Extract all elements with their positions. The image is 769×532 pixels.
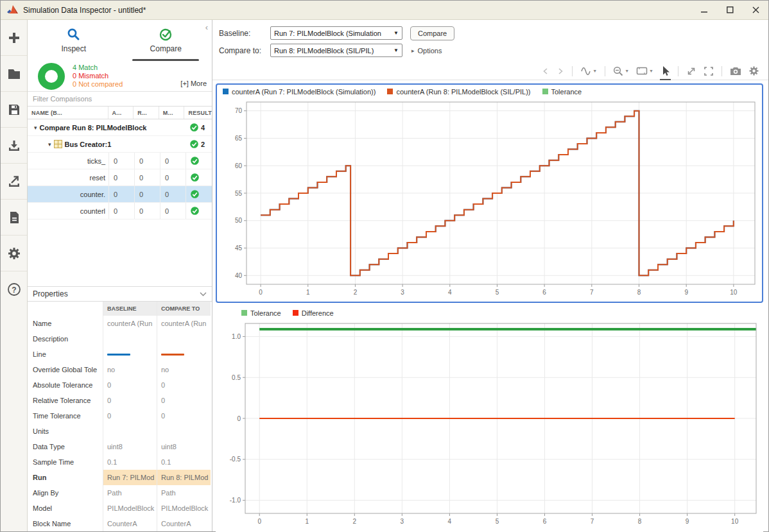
tolerance-difference-plot[interactable]: 012345678910-1.0-0.500.51.0 bbox=[216, 320, 763, 531]
property-row[interactable]: NamecounterA (RuncounterA (Run bbox=[28, 316, 212, 331]
app-window: Simulation Data Inspector - untitled* bbox=[0, 0, 769, 532]
property-value-compare: Run 8: PILMod bbox=[157, 470, 211, 485]
col-name[interactable]: NAME (B... bbox=[28, 107, 108, 119]
comparison-row[interactable]: reset000 bbox=[28, 169, 212, 186]
col-rel-tol[interactable]: R... bbox=[133, 107, 159, 119]
expander-icon[interactable]: ▾ bbox=[48, 141, 51, 148]
svg-text:2: 2 bbox=[353, 518, 357, 525]
legend-item[interactable]: counterA (Run 7: PILModelBlock (Simulati… bbox=[223, 88, 376, 96]
expand-diagonal-icon bbox=[686, 66, 696, 76]
property-row[interactable]: Block NameCounterACounterA bbox=[28, 516, 212, 531]
comparison-table: NAME (B... A... R... M... RESULT ▾Compar… bbox=[28, 107, 212, 219]
comparison-row[interactable]: ticks_000 bbox=[28, 153, 212, 169]
tab-inspect-label: Inspect bbox=[61, 44, 86, 53]
col-result[interactable]: RESULT bbox=[184, 107, 212, 119]
maximize-button[interactable] bbox=[717, 1, 743, 19]
create-report-button[interactable] bbox=[1, 200, 27, 236]
property-row[interactable]: Align ByPathPath bbox=[28, 485, 212, 501]
property-row[interactable]: Description bbox=[28, 331, 212, 347]
tolerance-value-cell: 0 bbox=[134, 169, 160, 185]
fullscreen-brackets-icon bbox=[704, 66, 714, 76]
expander-icon[interactable]: ▾ bbox=[34, 124, 37, 131]
minimize-button[interactable] bbox=[691, 1, 717, 19]
property-value-baseline bbox=[103, 424, 157, 439]
property-label: Override Global Tole bbox=[28, 366, 103, 373]
difference-plot-panel[interactable]: ToleranceDifference 012345678910-1.0-0.5… bbox=[216, 306, 763, 532]
tolerance-value-cell: 0 bbox=[134, 153, 160, 169]
baseline-select[interactable]: Run 7: PILModelBlock (Simulation ▼ bbox=[270, 26, 402, 40]
legend-item[interactable]: Tolerance bbox=[542, 88, 582, 96]
tab-compare[interactable]: Compare bbox=[120, 20, 212, 61]
legend-label: counterA (Run 7: PILModelBlock (Simulati… bbox=[232, 88, 376, 96]
previous-view-button[interactable] bbox=[540, 65, 551, 77]
property-row[interactable]: Time Tolerance00 bbox=[28, 408, 212, 424]
svg-text:0: 0 bbox=[237, 415, 241, 422]
comparison-plot-panel[interactable]: counterA (Run 7: PILModelBlock (Simulati… bbox=[216, 83, 763, 303]
property-value-baseline: 0 bbox=[103, 393, 157, 408]
property-row[interactable]: RunRun 7: PILModRun 8: PILMod bbox=[28, 470, 212, 485]
svg-text:70: 70 bbox=[235, 107, 243, 114]
filter-comparisons-input[interactable] bbox=[28, 92, 212, 107]
properties-header[interactable]: Properties bbox=[28, 286, 212, 302]
collapse-panel-icon[interactable]: ‹ bbox=[205, 22, 208, 32]
col-max-diff[interactable]: M... bbox=[159, 107, 184, 119]
snapshot-button[interactable] bbox=[729, 65, 743, 77]
property-label: Units bbox=[28, 427, 103, 435]
add-button[interactable] bbox=[1, 20, 27, 56]
fit-view-icon bbox=[636, 66, 648, 76]
property-row[interactable]: Override Global Tolenono bbox=[28, 362, 212, 377]
property-row[interactable]: ModelPILModelBlockPILModelBlock bbox=[28, 501, 212, 516]
preferences-button[interactable] bbox=[1, 236, 27, 271]
fit-to-view-button[interactable]: ▼ bbox=[635, 65, 655, 77]
comparison-row[interactable]: ▾Compare Run 8: PILModelBlock4 bbox=[28, 119, 212, 136]
property-value-baseline bbox=[103, 331, 157, 347]
svg-text:9: 9 bbox=[684, 289, 688, 296]
save-button[interactable] bbox=[1, 92, 27, 128]
export-button[interactable] bbox=[1, 164, 27, 200]
comparison-row[interactable]: counterl000 bbox=[28, 203, 212, 219]
result-cell bbox=[186, 203, 212, 219]
options-expander[interactable]: ▸ Options bbox=[411, 47, 442, 55]
property-row[interactable]: Relative Tolerance00 bbox=[28, 393, 212, 408]
property-row[interactable]: Absolute Tolerance00 bbox=[28, 377, 212, 393]
open-button[interactable] bbox=[1, 56, 27, 92]
chevron-left-icon bbox=[542, 67, 549, 76]
row-name: Compare Run 8: PILModelBlock bbox=[40, 124, 147, 132]
property-row[interactable]: Data Typeuint8uint8 bbox=[28, 439, 212, 454]
property-value-compare bbox=[157, 331, 211, 347]
plot-settings-button[interactable] bbox=[747, 64, 761, 78]
help-button[interactable]: ? bbox=[1, 271, 27, 307]
legend-item[interactable]: Difference bbox=[293, 309, 334, 317]
comparison-row[interactable]: counter.000 bbox=[28, 186, 212, 203]
line-swatch bbox=[161, 354, 184, 356]
compare-to-select[interactable]: Run 8: PILModelBlock (SIL/PIL) ▼ bbox=[270, 44, 402, 57]
row-name: counterl bbox=[28, 203, 108, 219]
property-row[interactable]: Units bbox=[28, 424, 212, 439]
legend-item[interactable]: counterA (Run 8: PILModelBlock (SIL/PIL)… bbox=[387, 88, 530, 96]
legend-item[interactable]: Tolerance bbox=[241, 309, 281, 317]
tab-inspect[interactable]: Inspect bbox=[28, 20, 120, 61]
close-button[interactable] bbox=[743, 1, 768, 19]
fullscreen-button[interactable] bbox=[702, 65, 715, 78]
property-label: Line bbox=[28, 350, 103, 358]
comparison-plot[interactable]: 01234567891040455055606570 bbox=[217, 98, 761, 300]
svg-text:50: 50 bbox=[235, 217, 243, 224]
property-row[interactable]: Sample Time0.10.1 bbox=[28, 454, 212, 470]
expand-plot-button[interactable] bbox=[685, 65, 698, 78]
property-row[interactable]: Line bbox=[28, 347, 212, 362]
property-label: Relative Tolerance bbox=[28, 397, 103, 404]
import-button[interactable] bbox=[1, 128, 27, 164]
col-abs-tol[interactable]: A... bbox=[108, 107, 134, 119]
save-icon bbox=[7, 103, 21, 117]
signal-trace-button[interactable]: ▼ bbox=[579, 65, 598, 77]
pointer-tool-button[interactable] bbox=[659, 64, 671, 78]
more-link[interactable]: [+] More bbox=[180, 80, 207, 87]
svg-text:1: 1 bbox=[306, 289, 310, 296]
compare-button[interactable]: Compare bbox=[410, 26, 454, 40]
zoom-out-button[interactable]: ▼ bbox=[612, 65, 630, 78]
property-label: Description bbox=[28, 335, 103, 343]
svg-text:3: 3 bbox=[401, 518, 404, 525]
next-view-button[interactable] bbox=[555, 65, 566, 77]
options-label: Options bbox=[418, 47, 442, 55]
comparison-row[interactable]: ▾Bus Creator:12 bbox=[28, 136, 212, 153]
